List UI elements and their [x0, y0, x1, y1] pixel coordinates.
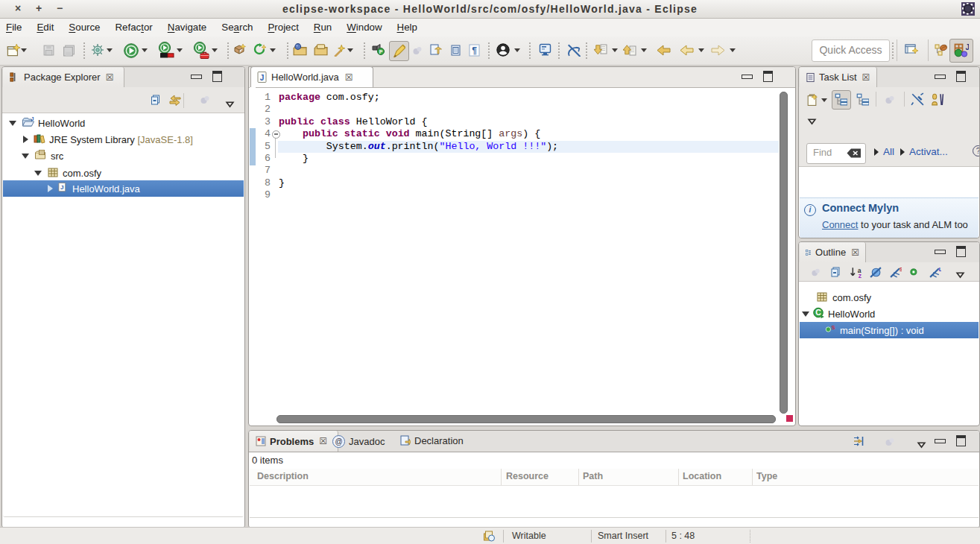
- svg-text:J: J: [60, 184, 64, 191]
- svg-text:J: J: [966, 43, 970, 51]
- svg-text:¶: ¶: [472, 45, 477, 56]
- svg-text:S: S: [831, 324, 835, 331]
- svg-text:S: S: [900, 266, 902, 273]
- svg-text:z: z: [859, 272, 862, 279]
- svg-text:P: P: [379, 49, 383, 54]
- svg-text:J: J: [31, 116, 34, 121]
- svg-text:L: L: [939, 266, 941, 273]
- svg-text:C: C: [815, 308, 821, 317]
- svg-text:J: J: [260, 74, 265, 82]
